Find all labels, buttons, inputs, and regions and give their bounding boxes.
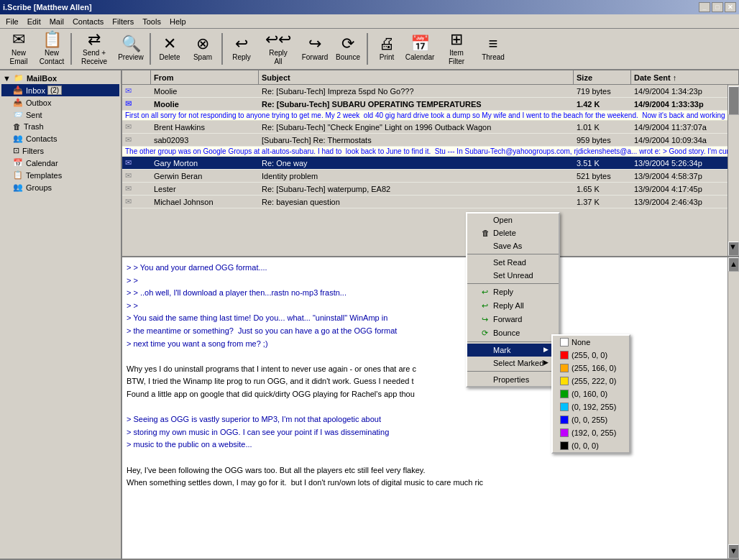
preview-line: > > You and your darned OGG format.... (127, 262, 735, 275)
color-red-swatch (560, 351, 569, 359)
sidebar-item-filters[interactable]: ⊡ Filters (1, 144, 119, 157)
email-row[interactable]: ✉ Brent Hawkins Re: [Subaru-Tech] "Check… (122, 121, 739, 134)
sidebar-item-calendar[interactable]: 📅 Calendar (1, 157, 119, 169)
email-row[interactable]: ✉ Gary Morton Re: One way 3.51 K 13/9/20… (122, 157, 739, 170)
context-menu-save-as[interactable]: Save As (467, 239, 559, 252)
context-menu-set-unread[interactable]: Set Unread (467, 269, 559, 282)
calendar-button[interactable]: 📅 Calendar (404, 30, 436, 68)
forward-button[interactable]: ↪ Forward (299, 30, 331, 68)
sidebar-item-outbox[interactable]: 📤 Outbox (1, 96, 119, 109)
context-separator-1 (467, 254, 559, 254)
header-size[interactable]: Size (574, 70, 631, 84)
preview-scrollbar-up[interactable]: ▲ (728, 257, 739, 272)
email-row[interactable]: ✉ Moolie Re: [Subaru-Tech] Impreza 5spd … (122, 85, 739, 98)
email-row[interactable]: ✉ Moolie Re: [Subaru-Tech] SUBARU OPERAT… (122, 98, 739, 111)
bounce-button[interactable]: ⟳ Bounce (332, 30, 364, 68)
email-preview: > > You and your darned OGG format.... >… (122, 257, 739, 559)
calendar-sidebar-icon: 📅 (13, 158, 23, 167)
menu-help[interactable]: Help (165, 16, 191, 27)
context-menu-properties[interactable]: Properties (467, 373, 559, 386)
context-menu-select-marked[interactable]: Select Marked ▶ (467, 357, 559, 369)
row-date: 14/9/2004 11:37:07a (631, 122, 739, 132)
reply-all-button[interactable]: ↩↩ ReplyAll (259, 30, 298, 68)
inbox-icon: 📥 (13, 86, 23, 95)
reply-button[interactable]: ↩ Reply (226, 30, 257, 68)
sent-icon: 📨 (13, 110, 23, 119)
context-menu-reply[interactable]: ↩Reply (467, 285, 559, 299)
sidebar-item-contacts[interactable]: 👥 Contacts (1, 132, 119, 144)
context-menu-open[interactable]: Open (467, 214, 559, 226)
thread-button[interactable]: ≡ Thread (477, 30, 509, 68)
email-row[interactable]: ✉ sab02093 [Subaru-Tech] Re: Thermostats… (122, 134, 739, 147)
minimize-button[interactable]: _ (699, 2, 710, 12)
color-light-blue[interactable]: (0, 192, 255) (553, 400, 629, 413)
maximize-button[interactable]: □ (712, 2, 723, 12)
title-bar-buttons[interactable]: _ □ ✕ (699, 2, 736, 12)
context-menu-forward[interactable]: ↪Forward (467, 313, 559, 326)
row-date: 14/9/2004 1:34:23p (631, 86, 739, 96)
header-icons[interactable] (122, 70, 151, 84)
email-list: From Subject Size Date Sent ↑ ✉ Moolie R… (122, 70, 739, 257)
new-email-button[interactable]: ✉ NewEmail (3, 30, 35, 68)
row-from: Michael Johnson (151, 197, 259, 207)
row-from: Gary Morton (151, 158, 259, 168)
print-button[interactable]: 🖨 Print (371, 30, 403, 68)
delete-button[interactable]: ✕ Delete (154, 30, 185, 68)
sidebar-item-templates[interactable]: 📋 Templates (1, 169, 119, 181)
context-menu-bounce[interactable]: ⟳Bounce (467, 326, 559, 340)
menu-tools[interactable]: Tools (138, 16, 165, 27)
scrollbar-thumb[interactable] (728, 86, 739, 115)
sidebar-expand-icon[interactable]: ▼ (3, 74, 11, 83)
color-orange[interactable]: (255, 166, 0) (553, 362, 629, 375)
sidebar-item-inbox[interactable]: 📥 Inbox (2) (1, 84, 119, 96)
color-yellow[interactable]: (255, 222, 0) (553, 375, 629, 387)
menu-filters[interactable]: Filters (108, 16, 138, 27)
color-red[interactable]: (255, 0, 0) (553, 349, 629, 362)
menu-file[interactable]: File (1, 16, 23, 27)
context-menu-reply-all[interactable]: ↩Reply All (467, 299, 559, 313)
toolbar-sep-1 (70, 33, 72, 65)
main-layout: ▼ 📁 MailBox 📥 Inbox (2) 📤 Outbox 📨 Sent … (0, 70, 739, 559)
new-contact-button[interactable]: 📋 NewContact (36, 30, 68, 68)
inbox-label: Inbox (26, 86, 45, 95)
row-date: 14/9/2004 10:09:34a (631, 135, 739, 145)
context-menu-delete[interactable]: 🗑Delete (467, 226, 559, 239)
toolbar-sep-3 (221, 33, 223, 65)
header-date[interactable]: Date Sent ↑ (631, 70, 739, 84)
preview-scrollbar[interactable]: ▲ ▼ (727, 257, 739, 559)
context-menu-mark[interactable]: Mark▶ (467, 344, 559, 357)
sidebar-item-groups[interactable]: 👥 Groups (1, 181, 119, 193)
context-separator-2 (467, 283, 559, 284)
menu-contacts[interactable]: Contacts (68, 16, 108, 27)
email-row[interactable]: ✉ Lester Re: [Subaru-Tech] waterpump, EA… (122, 183, 739, 196)
email-row[interactable]: ✉ Michael Johnson Re: bayesian question … (122, 196, 739, 208)
preview-scrollbar-down[interactable]: ▼ (728, 544, 739, 559)
bounce-context-icon: ⟳ (482, 329, 493, 338)
email-list-scrollbar[interactable]: ▲ ▼ (727, 70, 739, 256)
row-subject: Re: [Subaru-Tech] "Check Engine" Light o… (259, 122, 574, 132)
sidebar-item-sent[interactable]: 📨 Sent (1, 109, 119, 121)
sidebar-item-trash[interactable]: 🗑 Trash (1, 121, 119, 132)
mailbox-icon: 📁 (14, 73, 24, 83)
row-size: 1.37 K (574, 197, 631, 207)
header-subject[interactable]: Subject (259, 70, 574, 84)
preview-line: > music to the public on a website... (127, 439, 735, 451)
color-none[interactable]: None (553, 336, 629, 349)
color-black[interactable]: (0, 0, 0) (553, 439, 629, 452)
email-row[interactable]: ✉ Gerwin Beran Identity problem 521 byte… (122, 170, 739, 183)
context-menu-set-read[interactable]: Set Read (467, 256, 559, 269)
item-filter-button[interactable]: ⊞ ItemFilter (437, 30, 476, 68)
send-receive-button[interactable]: ⇄ Send +Receive (75, 30, 114, 68)
preview-line: > next time you want a song from me? ;) (127, 338, 735, 351)
preview-button[interactable]: 🔍 Preview (115, 30, 147, 68)
menu-edit[interactable]: Edit (23, 16, 45, 27)
close-button[interactable]: ✕ (725, 2, 736, 12)
color-olive[interactable]: (0, 160, 0) (553, 387, 629, 400)
color-dark-blue[interactable]: (0, 0, 255) (553, 413, 629, 426)
header-from[interactable]: From (151, 70, 259, 84)
scrollbar-down[interactable]: ▼ (728, 242, 739, 256)
groups-label: Groups (26, 183, 52, 192)
color-purple[interactable]: (192, 0, 255) (553, 426, 629, 439)
spam-button[interactable]: ⊗ Spam (187, 30, 219, 68)
menu-mail[interactable]: Mail (45, 16, 68, 27)
